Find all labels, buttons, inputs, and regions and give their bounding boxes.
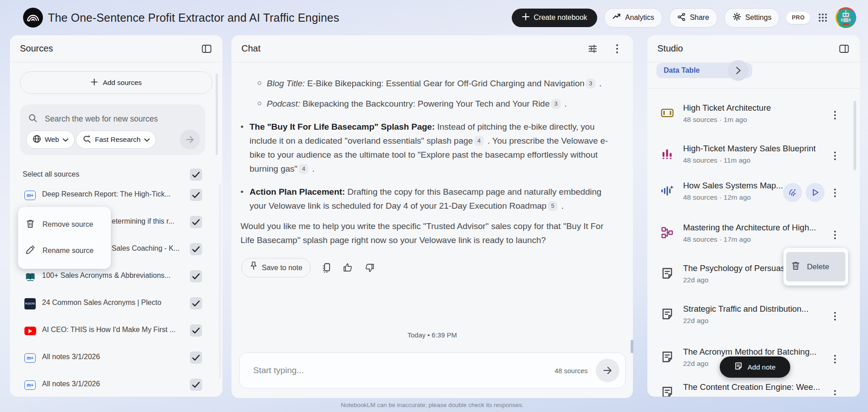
apps-grid-icon[interactable] bbox=[817, 12, 829, 23]
add-sources-button[interactable]: Add sources bbox=[20, 71, 212, 94]
book-favicon-icon bbox=[24, 272, 36, 282]
create-notebook-button[interactable]: Create notebook bbox=[512, 9, 597, 27]
mind-map-icon bbox=[661, 226, 674, 239]
source-checkbox[interactable] bbox=[190, 351, 202, 364]
source-row[interactable]: PLECTO24 Common Sales Acronyms | Plecto bbox=[10, 294, 222, 314]
source-title: AI CEO: THIS is How I'd Make My First ..… bbox=[42, 326, 175, 334]
source-checkbox[interactable] bbox=[190, 270, 202, 282]
chat-input[interactable] bbox=[240, 365, 555, 376]
artifact-type-icon bbox=[660, 266, 675, 281]
notebooklm-logo-icon[interactable] bbox=[23, 7, 43, 28]
citation-chip[interactable]: 3 bbox=[551, 99, 561, 109]
artifact-more-options-icon[interactable] bbox=[829, 187, 841, 199]
user-avatar[interactable] bbox=[835, 7, 856, 28]
bar-chart-icon bbox=[661, 147, 674, 160]
studio-artifact-row[interactable]: How Sales Systems Map...48 sources · 12m… bbox=[647, 180, 860, 206]
source-checkbox[interactable] bbox=[190, 189, 202, 201]
source-row[interactable]: m+Deep Research Report: The High-Tick... bbox=[10, 185, 222, 205]
add-note-button[interactable]: Add note bbox=[720, 356, 790, 378]
source-row[interactable]: 100+ Sales Acronyms & Abbreviations... bbox=[10, 267, 222, 286]
carousel-next-button[interactable] bbox=[728, 60, 749, 81]
artifact-more-options-icon[interactable] bbox=[829, 388, 841, 397]
copy-icon[interactable] bbox=[321, 262, 332, 274]
plus-icon bbox=[522, 13, 530, 23]
note-source-icon: m+ bbox=[24, 191, 36, 200]
source-type-icon bbox=[24, 271, 36, 283]
remove-source-menu-item[interactable]: Remove source bbox=[18, 211, 111, 238]
message-text: Action Plan Placement: Drafting the copy… bbox=[250, 185, 618, 213]
select-all-checkbox[interactable] bbox=[190, 169, 202, 181]
artifact-meta: 22d ago bbox=[683, 360, 708, 368]
analytics-button[interactable]: Analytics bbox=[604, 8, 662, 28]
chat-input-box: 48 sources bbox=[239, 352, 626, 389]
citation-chip[interactable]: 5 bbox=[548, 201, 557, 211]
artifact-more-options-icon[interactable] bbox=[829, 109, 841, 122]
citation-chip[interactable]: 4 bbox=[474, 136, 484, 146]
play-audio-button[interactable] bbox=[806, 183, 825, 202]
assistant-message: Blog Title: E-Bike Bikepacking: Essentia… bbox=[241, 76, 618, 247]
thumbs-up-icon[interactable] bbox=[342, 262, 354, 274]
artifact-more-options-icon[interactable] bbox=[829, 150, 841, 162]
studio-artifact-row[interactable]: Strategic Traffic and Distribution...22d… bbox=[647, 304, 860, 329]
chevron-down-icon bbox=[144, 136, 150, 144]
studio-artifact-row[interactable]: The Content Creation Engine: Wee... bbox=[647, 382, 860, 397]
app-header: The One-Sentence Profit Extractor and AI… bbox=[0, 0, 868, 35]
artifact-more-options-icon[interactable] bbox=[829, 229, 841, 241]
source-checkbox[interactable] bbox=[190, 297, 202, 309]
chat-more-options-icon[interactable] bbox=[611, 43, 623, 55]
artifact-title: The Acronym Method for Batching... bbox=[683, 347, 816, 357]
source-row[interactable]: m+All notes 3/1/2026 bbox=[10, 375, 222, 395]
interactive-mode-button[interactable] bbox=[783, 183, 802, 202]
thumbs-down-icon[interactable] bbox=[364, 262, 376, 274]
search-submit-button[interactable] bbox=[180, 130, 200, 150]
share-button[interactable]: Share bbox=[669, 8, 717, 28]
session-timestamp: Today • 6:39 PM bbox=[231, 331, 633, 339]
rename-source-menu-item[interactable]: Rename source bbox=[18, 238, 111, 264]
data-table-icon bbox=[660, 107, 674, 119]
source-checkbox[interactable] bbox=[190, 243, 202, 255]
chat-scrollbar[interactable] bbox=[631, 340, 633, 353]
chat-settings-tune-icon[interactable] bbox=[587, 43, 599, 55]
web-filter-dropdown[interactable]: Web bbox=[26, 131, 75, 149]
chat-panel: Chat Blog Title: E-Bike Bikepacking: Ess… bbox=[231, 35, 633, 398]
source-type-icon: PLECTO bbox=[24, 298, 36, 310]
delete-menu-item[interactable]: Delete bbox=[786, 252, 845, 281]
notebook-title[interactable]: The One-Sentence Profit Extractor and AI… bbox=[48, 0, 339, 35]
artifact-type-icon bbox=[660, 350, 675, 364]
studio-panel: Studio Data Table High Ticket Architectu… bbox=[647, 35, 860, 397]
globe-icon bbox=[33, 135, 41, 145]
source-checkbox[interactable] bbox=[190, 324, 202, 337]
note-report-icon bbox=[661, 267, 674, 280]
search-input[interactable] bbox=[44, 114, 181, 124]
settings-button[interactable]: Settings bbox=[724, 8, 780, 28]
plecto-favicon-icon: PLECTO bbox=[24, 298, 36, 309]
pin-icon bbox=[250, 261, 258, 275]
source-checkbox[interactable] bbox=[190, 379, 202, 391]
header-actions: Create notebook Analytics Share Settings bbox=[512, 8, 856, 27]
sources-scrollbar[interactable] bbox=[216, 74, 218, 155]
studio-artifact-row[interactable]: Mastering the Architecture of High...48 … bbox=[647, 222, 860, 248]
save-to-note-button[interactable]: Save to note bbox=[241, 258, 311, 277]
citation-chip[interactable]: 4 bbox=[299, 164, 308, 174]
citation-chip[interactable]: 3 bbox=[586, 79, 595, 89]
sub-bullet-marker bbox=[258, 81, 261, 85]
source-list-scrollbar[interactable] bbox=[219, 184, 221, 379]
source-row[interactable]: AI CEO: THIS is How I'd Make My First ..… bbox=[10, 321, 222, 341]
collapse-sources-panel-icon[interactable] bbox=[201, 43, 212, 55]
source-checkbox[interactable] bbox=[190, 216, 202, 228]
source-title: 24 Common Sales Acronyms | Plecto bbox=[42, 299, 161, 307]
studio-scrollbar[interactable] bbox=[854, 101, 856, 170]
pro-plan-badge: PRO bbox=[786, 12, 810, 24]
studio-artifact-row[interactable]: High-Ticket Mastery Sales Blueprint48 so… bbox=[647, 143, 860, 169]
studio-artifact-row[interactable]: High Ticket Architecture48 sources · 1m … bbox=[647, 103, 860, 128]
source-row[interactable]: m+All notes 3/1/2026 bbox=[10, 348, 222, 368]
studio-divider bbox=[647, 88, 860, 89]
chat-message-area: Blog Title: E-Bike Bikepacking: Essentia… bbox=[231, 63, 633, 398]
message-text: Blog Title: E-Bike Bikepacking: Essentia… bbox=[267, 76, 602, 90]
expand-studio-panel-icon[interactable] bbox=[838, 43, 850, 55]
artifact-more-options-icon[interactable] bbox=[829, 310, 841, 323]
send-message-button[interactable] bbox=[596, 359, 619, 382]
research-mode-dropdown[interactable]: Fast Research bbox=[76, 131, 156, 149]
artifact-more-options-icon[interactable] bbox=[829, 353, 841, 365]
source-title: Sales Coaching - K... bbox=[112, 244, 179, 253]
